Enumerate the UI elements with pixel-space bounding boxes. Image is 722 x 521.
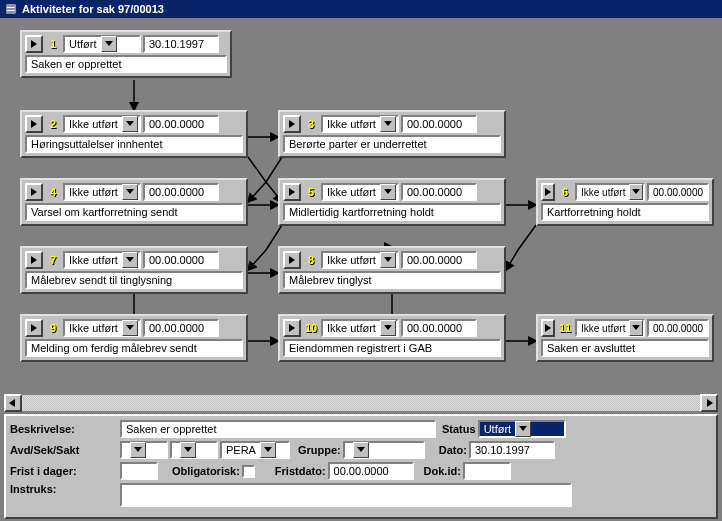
scroll-track[interactable] — [22, 394, 700, 412]
date-field[interactable]: 00.00.0000 — [401, 319, 477, 337]
gruppe-dropdown[interactable] — [343, 441, 425, 459]
status-dropdown[interactable]: Ikke utført — [63, 319, 141, 337]
label-fristdato: Fristdato: — [275, 465, 326, 477]
status-dropdown[interactable]: Ikke utført — [575, 183, 645, 201]
status-dropdown[interactable]: Ikke utført — [63, 251, 141, 269]
frist-field[interactable] — [120, 462, 158, 480]
play-icon[interactable] — [283, 183, 301, 201]
node-description[interactable]: Midlertidig kartforretning holdt — [283, 203, 501, 221]
chevron-down-icon[interactable] — [130, 442, 146, 458]
horizontal-scrollbar[interactable] — [4, 394, 718, 412]
node-description[interactable]: Eiendommen registrert i GAB — [283, 339, 501, 357]
node-id: 6 — [557, 186, 573, 198]
node-description[interactable]: Saken er opprettet — [25, 55, 227, 73]
node-description[interactable]: Varsel om kartforretning sendt — [25, 203, 243, 221]
avd1-dropdown[interactable] — [120, 441, 168, 459]
instruks-field[interactable] — [120, 483, 572, 507]
date-field[interactable]: 00.00.0000 — [647, 319, 709, 337]
chevron-down-icon[interactable] — [380, 184, 396, 200]
beskrivelse-field[interactable]: Saken er opprettet — [120, 420, 436, 438]
activity-node-1[interactable]: 1 Utført 30.10.1997 Saken er opprettet — [20, 30, 232, 78]
node-description[interactable]: Melding om ferdig målebrev sendt — [25, 339, 243, 357]
dato-field[interactable]: 30.10.1997 — [469, 441, 555, 459]
node-id: 5 — [303, 186, 319, 198]
status-dropdown[interactable]: Ikke utført — [321, 319, 399, 337]
node-description[interactable]: Berørte parter er underrettet — [283, 135, 501, 153]
play-icon[interactable] — [25, 251, 43, 269]
status-dropdown[interactable]: Ikke utført — [575, 319, 645, 337]
play-icon[interactable] — [541, 183, 555, 201]
date-field[interactable]: 00.00.0000 — [647, 183, 709, 201]
date-field[interactable]: 00.00.0000 — [401, 183, 477, 201]
chevron-down-icon[interactable] — [260, 442, 276, 458]
status-dropdown[interactable]: Ikke utført — [63, 183, 141, 201]
date-field[interactable]: 00.00.0000 — [143, 251, 219, 269]
node-description[interactable]: Målebrev tinglyst — [283, 271, 501, 289]
activity-node-6[interactable]: 6 Ikke utført 00.00.0000 Kartforretning … — [536, 178, 714, 226]
play-icon[interactable] — [283, 251, 301, 269]
node-id: 9 — [45, 322, 61, 334]
node-description[interactable]: Saken er avsluttet — [541, 339, 709, 357]
chevron-down-icon[interactable] — [122, 252, 138, 268]
chevron-down-icon[interactable] — [629, 320, 643, 336]
activity-node-2[interactable]: 2 Ikke utført 00.00.0000 Høringsuttalels… — [20, 110, 248, 158]
play-icon[interactable] — [25, 35, 43, 53]
node-description[interactable]: Høringsuttalelser innhentet — [25, 135, 243, 153]
date-field[interactable]: 30.10.1997 — [143, 35, 219, 53]
activity-node-9[interactable]: 9 Ikke utført 00.00.0000 Melding om ferd… — [20, 314, 248, 362]
play-icon[interactable] — [541, 319, 555, 337]
status-dropdown[interactable]: Ikke utført — [321, 115, 399, 133]
obligatorisk-checkbox[interactable] — [242, 465, 255, 478]
chevron-down-icon[interactable] — [380, 116, 396, 132]
node-id: 10 — [303, 322, 319, 334]
chevron-down-icon[interactable] — [380, 320, 396, 336]
activity-node-5[interactable]: 5 Ikke utført 00.00.0000 Midlertidig kar… — [278, 178, 506, 226]
date-field[interactable]: 00.00.0000 — [143, 115, 219, 133]
node-description[interactable]: Kartforretning holdt — [541, 203, 709, 221]
chevron-down-icon[interactable] — [353, 442, 369, 458]
activity-canvas: 1 Utført 30.10.1997 Saken er opprettet 2… — [4, 22, 718, 392]
node-id: 4 — [45, 186, 61, 198]
date-field[interactable]: 00.00.0000 — [143, 319, 219, 337]
status-dropdown[interactable]: Ikke utført — [321, 183, 399, 201]
play-icon[interactable] — [25, 115, 43, 133]
chevron-down-icon[interactable] — [101, 36, 117, 52]
date-field[interactable]: 00.00.0000 — [401, 251, 477, 269]
dokid-field[interactable] — [463, 462, 511, 480]
chevron-down-icon[interactable] — [122, 184, 138, 200]
play-icon[interactable] — [283, 319, 301, 337]
node-id: 7 — [45, 254, 61, 266]
activity-node-10[interactable]: 10 Ikke utført 00.00.0000 Eiendommen reg… — [278, 314, 506, 362]
status-dropdown-form[interactable]: Utført — [478, 420, 566, 438]
date-field[interactable]: 00.00.0000 — [143, 183, 219, 201]
chevron-down-icon[interactable] — [515, 421, 531, 437]
status-dropdown[interactable]: Ikke utført — [321, 251, 399, 269]
play-icon[interactable] — [283, 115, 301, 133]
chevron-down-icon[interactable] — [180, 442, 196, 458]
activity-node-8[interactable]: 8 Ikke utført 00.00.0000 Målebrev tingly… — [278, 246, 506, 294]
label-avd: Avd/Sek/Sakt — [10, 444, 118, 456]
activity-node-7[interactable]: 7 Ikke utført 00.00.0000 Målebrev sendt … — [20, 246, 248, 294]
node-id: 1 — [45, 38, 61, 50]
detail-form: Beskrivelse: Saken er opprettet Status U… — [4, 414, 718, 519]
chevron-down-icon[interactable] — [629, 184, 643, 200]
chevron-down-icon[interactable] — [380, 252, 396, 268]
activity-node-4[interactable]: 4 Ikke utført 00.00.0000 Varsel om kartf… — [20, 178, 248, 226]
fristdato-field[interactable]: 00.00.0000 — [328, 462, 414, 480]
activity-node-3[interactable]: 3 Ikke utført 00.00.0000 Berørte parter … — [278, 110, 506, 158]
status-dropdown[interactable]: Utført — [63, 35, 141, 53]
scroll-left-icon[interactable] — [4, 394, 22, 412]
play-icon[interactable] — [25, 183, 43, 201]
avd3-dropdown[interactable]: PERA — [220, 441, 290, 459]
status-dropdown[interactable]: Ikke utført — [63, 115, 141, 133]
chevron-down-icon[interactable] — [122, 320, 138, 336]
play-icon[interactable] — [25, 319, 43, 337]
activity-node-11[interactable]: 11 Ikke utført 00.00.0000 Saken er avslu… — [536, 314, 714, 362]
node-description[interactable]: Målebrev sendt til tinglysning — [25, 271, 243, 289]
date-field[interactable]: 00.00.0000 — [401, 115, 477, 133]
avd2-dropdown[interactable] — [170, 441, 218, 459]
label-beskrivelse: Beskrivelse: — [10, 423, 118, 435]
chevron-down-icon[interactable] — [122, 116, 138, 132]
app-icon — [4, 2, 18, 16]
scroll-right-icon[interactable] — [700, 394, 718, 412]
